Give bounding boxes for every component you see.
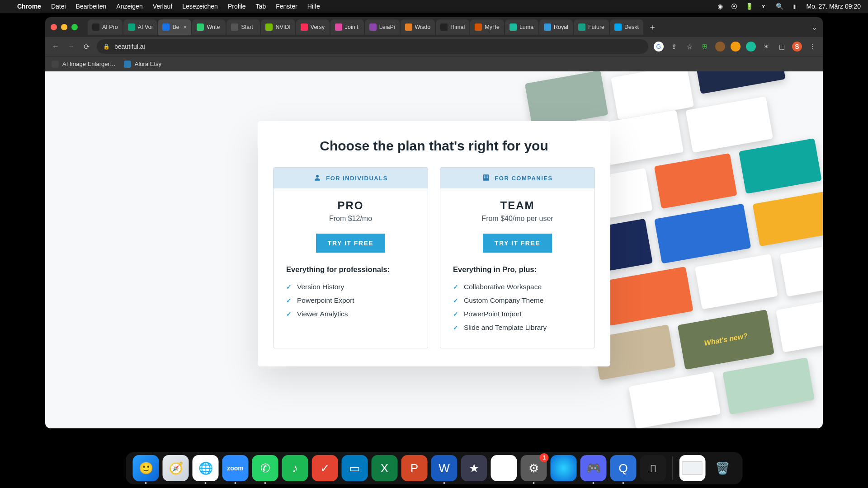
dock-app-excel[interactable]: X xyxy=(372,455,398,481)
active-app-name[interactable]: Chrome xyxy=(17,3,41,10)
browser-tab[interactable]: NVIDI xyxy=(261,19,295,35)
check-icon: ✓ xyxy=(453,324,458,331)
browser-tab[interactable]: Wisdo xyxy=(401,19,435,35)
new-tab-button[interactable]: ＋ xyxy=(646,21,659,33)
minimize-window-button[interactable] xyxy=(61,24,67,30)
extension-shield-icon[interactable]: ⛨ xyxy=(700,42,710,52)
dock-app-finder[interactable]: 🙂 xyxy=(133,455,159,481)
search-icon[interactable]: 🔍 xyxy=(776,3,783,10)
side-panel-icon[interactable]: ◫ xyxy=(777,42,787,52)
dock-app-spotify[interactable]: ♪ xyxy=(282,455,308,481)
browser-tab[interactable]: Royal xyxy=(539,19,573,35)
dock-app-quicktime[interactable]: Q xyxy=(610,455,637,481)
dock-app-powerpoint[interactable]: P xyxy=(401,455,428,481)
browser-tab[interactable]: Deskt xyxy=(610,19,643,35)
reload-button[interactable]: ⟳ xyxy=(81,42,91,52)
try-free-button[interactable]: TRY IT FREE xyxy=(483,234,552,253)
browser-tab[interactable]: AI Voi xyxy=(123,19,157,35)
bookmark-alura-etsy[interactable]: Alura Etsy xyxy=(124,61,161,68)
extension-icon-2[interactable] xyxy=(715,42,725,52)
profile-avatar[interactable]: S xyxy=(792,42,802,52)
battery-icon[interactable]: 🔋 xyxy=(745,3,753,10)
dock-app-chrome[interactable]: 🌐 xyxy=(193,455,219,481)
dock-trash[interactable]: 🗑️ xyxy=(709,455,736,481)
window-controls xyxy=(51,24,78,30)
back-button[interactable]: ← xyxy=(51,42,61,52)
plan-subheading: Everything for professionals: xyxy=(286,265,415,274)
check-icon: ✓ xyxy=(286,283,292,291)
menu-fenster[interactable]: Fenster xyxy=(276,3,297,10)
browser-tab[interactable]: Luma xyxy=(505,19,538,35)
plan-audience-label: FOR INDIVIDUALS xyxy=(326,175,388,182)
dock-app-safari[interactable]: 🧭 xyxy=(163,455,189,481)
browser-tab[interactable]: Start xyxy=(226,19,260,35)
dock-app-todoist[interactable]: ✓ xyxy=(312,455,338,481)
dock-app-imovie[interactable]: ★ xyxy=(461,455,487,481)
plan-feature-label: Powerpoint Export xyxy=(297,296,354,305)
tab-favicon xyxy=(301,23,308,31)
wifi-icon[interactable]: ᯤ xyxy=(761,3,768,10)
try-free-button[interactable]: TRY IT FREE xyxy=(316,234,385,253)
record-icon[interactable]: ◉ xyxy=(717,3,723,10)
menu-profile[interactable]: Profile xyxy=(228,3,246,10)
browser-tab[interactable]: Himal xyxy=(436,19,469,35)
dock-app-whatsapp[interactable]: ✆ xyxy=(252,455,278,481)
menu-lesezeichen[interactable]: Lesezeichen xyxy=(182,3,218,10)
chrome-menu-icon[interactable]: ⋮ xyxy=(807,42,817,52)
forward-button[interactable]: → xyxy=(66,42,76,52)
dock-separator xyxy=(673,456,673,480)
browser-tab[interactable]: AI Pro xyxy=(88,19,123,35)
browser-tab[interactable]: MyHe xyxy=(470,19,504,35)
bookmark-star-icon[interactable]: ☆ xyxy=(684,42,694,52)
browser-tab[interactable]: Future xyxy=(574,19,609,35)
dock-app-settings[interactable]: ⚙1 xyxy=(521,455,547,481)
extension-icon-4[interactable] xyxy=(746,42,756,52)
browser-tab[interactable]: LeiaPi xyxy=(365,19,400,35)
menubar-clock[interactable]: Mo. 27. März 09:20 xyxy=(806,3,861,10)
menu-bearbeiten[interactable]: Bearbeiten xyxy=(76,3,107,10)
menu-hilfe[interactable]: Hilfe xyxy=(307,3,320,10)
menu-datei[interactable]: Datei xyxy=(51,3,66,10)
dock-app-drive[interactable]: ▲ xyxy=(491,455,517,481)
close-window-button[interactable] xyxy=(51,24,57,30)
tab-overflow-button[interactable]: ⌄ xyxy=(811,23,817,32)
dock-app-trello[interactable]: ▭ xyxy=(342,455,368,481)
macos-menubar: Chrome Datei Bearbeiten Anzeigen Verlauf… xyxy=(0,0,868,13)
stop-icon[interactable]: ⦿ xyxy=(731,3,737,10)
extension-icon-3[interactable] xyxy=(731,42,741,52)
plan-feature-label: PowerPoint Import xyxy=(464,310,522,318)
tab-favicon xyxy=(544,23,551,31)
share-icon[interactable]: ⇪ xyxy=(669,42,679,52)
tab-favicon xyxy=(92,23,99,31)
dock-app-zoom[interactable]: zoom xyxy=(222,455,249,481)
translate-icon[interactable]: G xyxy=(654,42,664,52)
browser-tab[interactable]: Be× xyxy=(158,19,191,35)
bookmark-ai-image-enlarger[interactable]: AI Image Enlarger… xyxy=(52,61,116,68)
tab-close-icon[interactable]: × xyxy=(183,23,187,31)
menu-anzeigen[interactable]: Anzeigen xyxy=(116,3,142,10)
extensions-puzzle-icon[interactable]: ✶ xyxy=(761,42,771,52)
dock-app-voice-memos[interactable]: ⎍ xyxy=(640,455,666,481)
dock-app-discord[interactable]: 🎮 xyxy=(580,455,607,481)
dock-app-word[interactable]: W xyxy=(431,455,458,481)
dock-app-siri[interactable] xyxy=(551,455,577,481)
menu-tab[interactable]: Tab xyxy=(256,3,266,10)
svg-point-0 xyxy=(316,175,319,178)
menu-verlauf[interactable]: Verlauf xyxy=(153,3,173,10)
browser-tab[interactable]: Join t xyxy=(330,19,364,35)
plan-feature-item: ✓Viewer Analytics xyxy=(286,307,415,321)
address-bar[interactable]: 🔒 beautiful.ai xyxy=(97,39,648,54)
url-text: beautiful.ai xyxy=(114,43,145,50)
tab-favicon xyxy=(509,23,517,31)
tab-favicon xyxy=(231,23,238,31)
plan-feature-item: ✓Slide and Template Library xyxy=(453,321,582,334)
maximize-window-button[interactable] xyxy=(71,24,78,30)
plan-price: From $12/mo xyxy=(286,215,415,223)
control-center-icon[interactable]: ⫼ xyxy=(792,3,798,10)
dock-minimized-window[interactable] xyxy=(679,455,706,481)
tab-label: Wisdo xyxy=(415,24,431,30)
macos-dock: 🙂🧭🌐zoom✆♪✓▭XPW★▲⚙1🎮Q⎍ 🗑️ xyxy=(126,452,743,484)
browser-tab[interactable]: Write xyxy=(192,19,226,35)
lock-icon: 🔒 xyxy=(103,43,110,50)
browser-tab[interactable]: Versy xyxy=(296,19,330,35)
